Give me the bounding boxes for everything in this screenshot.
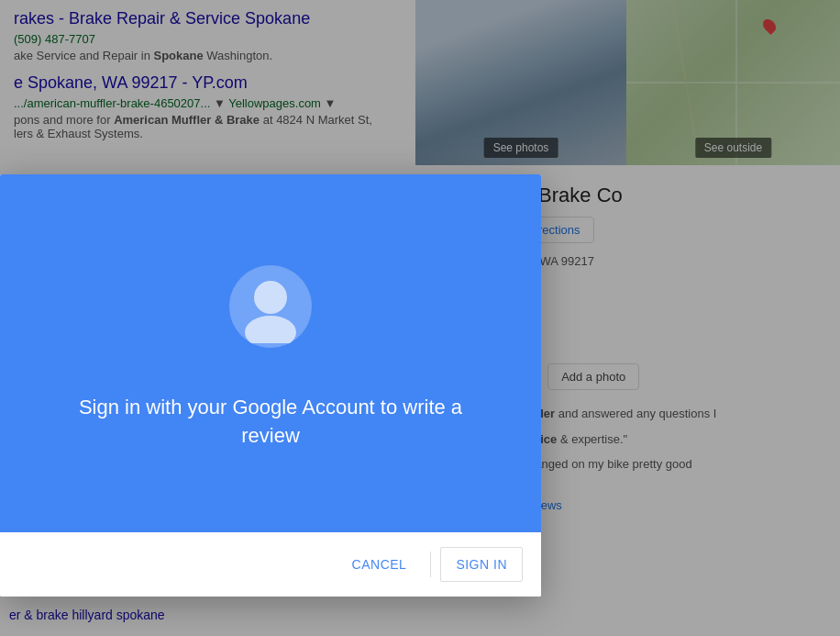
modal-actions: CANCEL SIGN IN [0,532,541,597]
modal-blue-section: Sign in with your Google Account to writ… [0,174,541,532]
person-icon [234,270,307,343]
modal-message: Sign in with your Google Account to writ… [50,394,491,451]
signin-modal: Sign in with your Google Account to writ… [0,174,541,597]
signin-button[interactable]: SIGN IN [440,547,523,582]
svg-point-4 [245,316,296,343]
button-divider [430,552,431,577]
avatar [229,265,312,348]
svg-point-3 [254,281,287,314]
cancel-button[interactable]: CANCEL [337,548,422,581]
